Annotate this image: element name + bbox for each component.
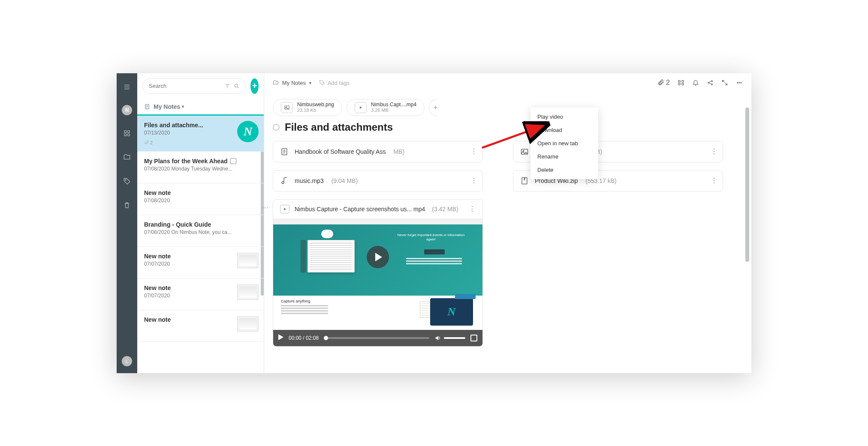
note-title: My Plans for the Week Ahead (144, 158, 257, 165)
note-item[interactable]: New note (137, 310, 264, 342)
context-menu-item[interactable]: Open in new tab (530, 137, 598, 150)
note-icon (144, 104, 150, 110)
more-icon[interactable]: ⋮ (711, 177, 717, 185)
share-icon[interactable] (707, 79, 714, 86)
filter-icon[interactable] (224, 83, 230, 89)
sidebar: + My Notes ▾ Files and attachme...07/13/… (137, 73, 264, 373)
folder-header[interactable]: My Notes ▾ (137, 99, 264, 116)
svg-point-5 (235, 84, 238, 87)
video-icon (355, 102, 367, 113)
svg-point-11 (708, 82, 709, 84)
svg-rect-8 (682, 81, 684, 82)
context-menu-item[interactable]: Download (530, 123, 598, 137)
note-thumbnail (237, 284, 259, 300)
video-preview[interactable]: Never forget important events or informa… (273, 219, 482, 296)
attachment-card[interactable]: Handbook of Software Quality Ass MB)⋮ (273, 141, 483, 162)
note-thumbnail: N (237, 121, 259, 142)
tag-icon[interactable] (121, 175, 133, 187)
svg-rect-0 (124, 131, 127, 133)
svg-rect-9 (678, 83, 680, 85)
pill-name: Nimbus Capt....mp4 (371, 102, 416, 108)
attachment-size: (9.04 MB) (332, 177, 358, 184)
attachment-name: Handbook of Software Quality Ass (295, 148, 386, 155)
pill-name: Nimbusweb.png (297, 102, 334, 108)
context-menu-item[interactable]: Rename (530, 150, 598, 163)
expand-icon[interactable] (721, 79, 728, 86)
user-avatar[interactable]: L (122, 356, 132, 366)
context-menu-item[interactable]: Delete (530, 163, 598, 177)
svg-point-16 (741, 82, 741, 83)
image-icon (281, 102, 293, 113)
attachment-pill[interactable]: Nimbus Capt....mp43.26 MB (347, 99, 425, 116)
main-scrollbar[interactable] (745, 108, 749, 262)
attachments-count[interactable]: 2 (657, 79, 670, 87)
note-item[interactable]: New note07/07/2020 (137, 278, 264, 310)
left-rail: N L (117, 73, 137, 373)
note-item[interactable]: Files and attachme...07/13/2020 2N (137, 116, 264, 152)
context-menu-item[interactable]: Play video (530, 110, 598, 123)
folder-title: My Notes (154, 103, 180, 110)
svg-rect-2 (124, 134, 127, 136)
breadcrumb[interactable]: My Notes ▾ (273, 80, 311, 86)
add-button[interactable]: + (250, 78, 259, 94)
chevron-down-icon: ▾ (182, 104, 184, 109)
volume-control[interactable] (434, 335, 465, 341)
add-tags[interactable]: Add tags (319, 80, 350, 86)
workspace-avatar[interactable]: N (122, 105, 132, 115)
svg-point-15 (739, 82, 740, 83)
play-icon[interactable] (367, 246, 389, 268)
attachment-pills: Nimbusweb.png23.18 KbNimbus Capt....mp43… (264, 93, 751, 119)
search-input[interactable] (149, 83, 221, 89)
title-radio[interactable] (273, 124, 280, 131)
note-item[interactable]: Branding - Quick Guide07/08/2020 On Nimb… (137, 215, 264, 247)
hamburger-icon[interactable] (121, 81, 133, 93)
note-item[interactable]: New note07/08/2020 (137, 183, 264, 215)
search-icon[interactable] (234, 83, 240, 89)
layout-icon[interactable] (678, 79, 684, 86)
note-date: 07/08/2020 Monday Tuesday Wedne... (144, 166, 257, 172)
attachments-grid: Handbook of Software Quality Ass MB)⋮dow… (264, 141, 751, 192)
svg-rect-1 (128, 131, 130, 133)
video-size: (3.42 MB) (432, 206, 458, 213)
more-icon[interactable]: ⋮ (711, 147, 717, 156)
video-controls: 00:00 / 02:08 (273, 330, 482, 346)
image-icon (520, 147, 529, 156)
note-title: New note (144, 189, 257, 196)
context-menu: Play videoDownloadOpen in new tabRenameD… (530, 108, 598, 179)
pill-size: 23.18 Kb (297, 108, 334, 113)
grid-icon[interactable] (121, 127, 133, 139)
header-tools: 2 (657, 79, 743, 87)
svg-rect-10 (682, 83, 684, 85)
add-attachment-pill[interactable]: + (429, 99, 437, 116)
attachment-card[interactable]: music.mp3 (9.04 MB)⋮ (273, 170, 483, 192)
note-attach-meta: 2 (144, 140, 257, 145)
note-item[interactable]: My Plans for the Week Ahead 07/08/2020 M… (137, 152, 264, 183)
svg-point-12 (711, 81, 713, 82)
main-content: My Notes ▾ Add tags 2 Nimbusweb.png23.18… (264, 73, 751, 373)
svg-point-4 (125, 179, 126, 180)
fullscreen-icon[interactable] (470, 335, 477, 341)
zip-icon (520, 177, 529, 185)
pill-size: 3.26 MB (371, 108, 416, 113)
more-icon[interactable]: ⋮ (470, 177, 477, 185)
note-date: 07/08/2020 On Nimbus Note, you ca... (144, 229, 257, 235)
svg-marker-25 (284, 208, 286, 210)
seek-bar[interactable] (324, 337, 429, 339)
note-item[interactable]: New note07/07/2020 (137, 247, 264, 278)
folder-icon[interactable] (121, 151, 133, 163)
search-box[interactable] (142, 78, 246, 94)
trash-icon[interactable] (121, 199, 133, 211)
note-date: 07/08/2020 (144, 198, 257, 204)
task-icon (230, 158, 236, 164)
note-list: Files and attachme...07/13/2020 2NMy Pla… (137, 116, 264, 373)
more-icon[interactable] (736, 79, 743, 86)
play-button[interactable] (278, 334, 283, 341)
more-icon[interactable]: ⋮ (469, 205, 476, 213)
page-title: Files and attachments (285, 121, 393, 133)
bell-icon[interactable] (692, 79, 699, 86)
chevron-down-icon: ▾ (309, 81, 311, 85)
attachment-pill[interactable]: Nimbusweb.png23.18 Kb (273, 99, 342, 116)
row-more-icon[interactable]: ⋯ (262, 204, 268, 212)
more-icon[interactable]: ⋮ (470, 147, 477, 156)
video-icon (280, 205, 289, 213)
